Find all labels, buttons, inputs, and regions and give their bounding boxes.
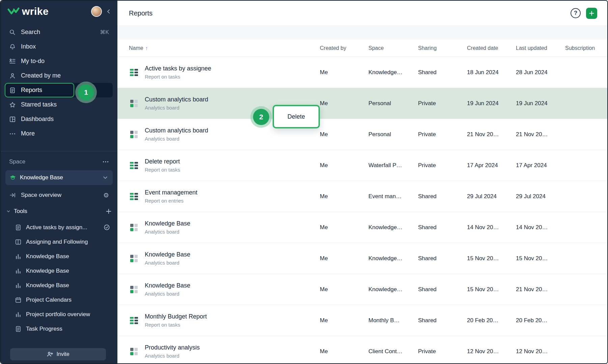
tool-item-knowledge-base[interactable]: Knowledge Base [1, 249, 117, 264]
report-subtitle: Report on tasks [145, 322, 207, 328]
tools-section-header[interactable]: Tools [1, 203, 117, 220]
space-section-label: Space [9, 158, 25, 165]
report-name[interactable]: Knowledge Base [145, 282, 190, 289]
tool-item-assigning-and-following[interactable]: Assigning and Following [1, 235, 117, 249]
sidebar-item-dashboards[interactable]: Dashboards [5, 112, 113, 126]
report-subtitle: Report on tasks [145, 167, 180, 173]
add-report-button[interactable] [586, 8, 597, 19]
help-icon[interactable]: ? [571, 8, 581, 18]
tool-item-task-progress[interactable]: Task Progress [1, 322, 117, 336]
cell-name: Custom analytics boardAnalytics board [129, 127, 320, 142]
invite-button-label: Invite [56, 351, 69, 357]
search-icon [9, 29, 16, 36]
table-row[interactable]: Delete reportReport on tasksMeWaterfall … [117, 150, 607, 181]
analytics-board-icon [129, 222, 139, 233]
cell-space: Knowledge… [368, 69, 418, 76]
table-row[interactable]: Custom analytics boardAnalytics boardMeP… [117, 119, 607, 150]
sidebar-item-label: Starred tasks [21, 101, 57, 108]
table-row[interactable]: Monthly Budget ReportReport on tasksMeMo… [117, 305, 607, 336]
add-tool-icon[interactable] [105, 208, 112, 215]
grid-icon [9, 116, 16, 123]
sidebar-item-more[interactable]: More [5, 126, 113, 141]
cell-name: Active tasks by assigneeReport on tasks [129, 65, 320, 80]
cell-last-updated: 14 Nov 20… [516, 224, 565, 231]
gear-icon[interactable]: ⚙ [103, 191, 109, 199]
sidebar-item-created-by-me[interactable]: Created by me [5, 68, 113, 83]
chart-icon [15, 268, 22, 274]
sidebar-item-starred-tasks[interactable]: Starred tasks [5, 97, 113, 112]
cell-created-by: Me [320, 286, 368, 293]
table-row[interactable]: Event managementReport on entriesMeEvent… [117, 181, 607, 212]
column-header-created-by[interactable]: Created by [320, 45, 368, 51]
tool-item-project-portfolio-overview[interactable]: Project portfolio overview [1, 307, 117, 322]
cell-created-date: 21 Nov 20… [467, 131, 516, 138]
report-name[interactable]: Delete report [145, 158, 180, 165]
header-actions: ? [571, 8, 597, 19]
chevron-down-icon [102, 174, 109, 181]
cell-space: Knowledge… [368, 286, 418, 293]
report-name[interactable]: Event management [145, 189, 197, 196]
sidebar-item-search[interactable]: Search⌘K [5, 25, 113, 39]
tools-list: Active tasks by assign...Assigning and F… [1, 220, 117, 336]
analytics-board-icon [129, 284, 139, 295]
table-row[interactable]: Knowledge BaseAnalytics boardMeKnowledge… [117, 274, 607, 305]
report-name[interactable]: Custom analytics board [145, 127, 208, 134]
wrike-logo[interactable]: wrike [7, 6, 49, 17]
table-row[interactable]: Active tasks by assigneeReport on tasksM… [117, 57, 607, 88]
cell-created-by: Me [320, 162, 368, 169]
tool-item-knowledge-base[interactable]: Knowledge Base [1, 264, 117, 278]
graduation-cap-icon [9, 174, 16, 181]
sidebar-item-inbox[interactable]: Inbox [5, 39, 113, 54]
column-header-label: Name [129, 45, 143, 51]
column-header-last-updated[interactable]: Last updated [516, 45, 565, 51]
tool-item-project-calendars[interactable]: Project Calendars [1, 293, 117, 307]
cell-created-date: 12 Nov 20… [467, 348, 516, 355]
space-section: Space Knowledge Base Space [1, 151, 117, 336]
cell-sharing: Shared [418, 286, 467, 293]
column-header-label: Sharing [418, 45, 437, 51]
cell-created-date: 15 Nov 20… [467, 286, 516, 293]
sidebar-item-space-overview[interactable]: Space overview ⚙ [1, 188, 117, 203]
space-menu-icon[interactable] [102, 158, 109, 165]
report-subtitle: Report on tasks [145, 74, 211, 80]
table-row[interactable]: Custom analytics boardAnalytics boardMeP… [117, 88, 607, 119]
cell-sharing: Shared [418, 317, 467, 324]
table-row[interactable]: Productivity analysisAnalytics boardMeCl… [117, 336, 607, 363]
cell-name: Delete reportReport on tasks [129, 158, 320, 173]
report-name[interactable]: Productivity analysis [145, 344, 200, 351]
sidebar-item-reports[interactable]: Reports [5, 83, 113, 97]
report-name[interactable]: Knowledge Base [145, 251, 190, 258]
cell-sharing: Shared [418, 224, 467, 231]
column-header-sharing[interactable]: Sharing [418, 45, 467, 51]
star-icon [9, 101, 16, 108]
cell-created-by: Me [320, 224, 368, 231]
column-header-subscription[interactable]: Subscription [565, 45, 607, 51]
ellipsis-icon [9, 130, 16, 137]
tool-item-active-tasks-by-assign[interactable]: Active tasks by assign... [1, 220, 117, 235]
report-name[interactable]: Knowledge Base [145, 220, 190, 227]
sidebar-item-my-to-do[interactable]: My to-do [5, 54, 113, 68]
delete-menu-item[interactable]: Delete [273, 105, 320, 128]
space-selector[interactable]: Knowledge Base [5, 170, 113, 185]
report-on-tasks-icon [129, 67, 139, 78]
avatar[interactable] [91, 6, 102, 17]
report-name[interactable]: Custom analytics board [145, 96, 208, 103]
table-row[interactable]: Knowledge BaseAnalytics boardMeKnowledge… [117, 212, 607, 243]
cell-last-updated: 15 Nov 20… [516, 255, 565, 262]
column-header-name[interactable]: Name↑ [129, 45, 320, 51]
cell-name: Productivity analysisAnalytics board [129, 344, 320, 359]
column-header-space[interactable]: Space [368, 45, 418, 51]
report-name[interactable]: Monthly Budget Report [145, 313, 207, 320]
tool-item-knowledge-base[interactable]: Knowledge Base [1, 278, 117, 293]
cell-last-updated: 12 Nov 20… [516, 348, 565, 355]
tools-section-label: Tools [14, 208, 27, 215]
invite-button[interactable]: Invite [10, 348, 106, 360]
sidebar-collapse-icon[interactable] [105, 8, 112, 15]
column-header-created-date[interactable]: Created date [467, 45, 516, 51]
cell-space: Client Cont… [368, 348, 418, 355]
annotation-step-2: 2 [253, 109, 269, 125]
report-name[interactable]: Active tasks by assignee [145, 65, 211, 72]
plus-icon [588, 10, 595, 17]
table-row[interactable]: Knowledge BaseAnalytics boardMeKnowledge… [117, 243, 607, 274]
cell-created-by: Me [320, 255, 368, 262]
